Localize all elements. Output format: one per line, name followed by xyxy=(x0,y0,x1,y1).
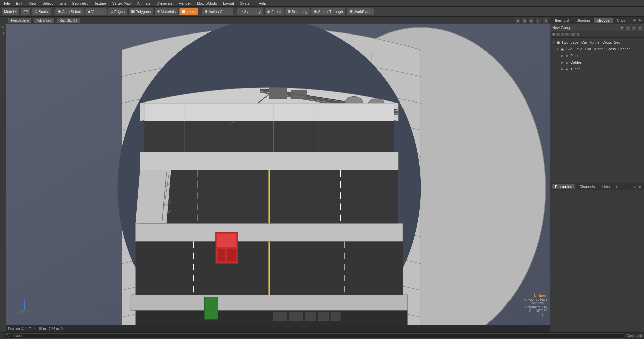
left-tool-3[interactable]: R xyxy=(0,30,6,36)
tree-root-arrow[interactable]: ▼ xyxy=(552,40,556,44)
model-mode-btn[interactable]: Model ▾ xyxy=(1,8,20,15)
main-area: T S R Perspective Advanced Ray GL: Off ⚙… xyxy=(0,17,644,332)
command-input[interactable] xyxy=(5,333,624,339)
viewport-bottom-bar: Position X, Y, Z: -44.15 m, -7.55 m, 0 m xyxy=(6,325,550,332)
tree-pipes-item[interactable]: ▶ ◈ Pipes xyxy=(550,52,644,59)
symmetry-btn[interactable]: ⇔ Symmetry xyxy=(237,8,263,15)
menu-geometry[interactable]: Geometry xyxy=(69,1,91,6)
select-through-icon: ◉ xyxy=(314,9,317,14)
tree-tunnel-label: Tunnel xyxy=(570,67,643,71)
tab-shading[interactable]: Shading xyxy=(573,18,593,23)
f2-btn[interactable]: F2 xyxy=(21,8,31,15)
expand-icon[interactable]: ⛶ xyxy=(536,18,542,24)
menu-layout[interactable]: Layout xyxy=(220,1,237,6)
tree-cables-item[interactable]: ▶ ◈ Cables xyxy=(550,59,644,66)
axes-indicator: Z X Y xyxy=(16,298,33,315)
sculpt-btn[interactable]: ⬡ Sculpt xyxy=(32,8,52,15)
menu-maxtomodo[interactable]: MaxToModo xyxy=(194,1,220,6)
svg-rect-16 xyxy=(274,312,287,321)
rbtab-expand-icon[interactable]: ⊞ xyxy=(633,184,637,189)
menu-dynamics[interactable]: Dynamics xyxy=(154,1,175,6)
workplane-icon: ⊟ xyxy=(350,9,353,14)
ray-gl-btn[interactable]: Ray GL: Off xyxy=(57,17,80,23)
divider1 xyxy=(53,8,53,15)
items-icon: ▦ xyxy=(182,9,185,14)
menu-render[interactable]: Render xyxy=(176,1,194,6)
items-btn[interactable]: ▦ Items xyxy=(179,8,198,15)
menu-file[interactable]: File xyxy=(1,1,13,6)
svg-rect-18 xyxy=(305,312,316,321)
left-sidebar: T S R xyxy=(0,17,6,332)
right-panel: Item List Shading Groups Clips ◀ ▶ New G… xyxy=(550,17,644,332)
deformers-stat: Deformers: ON xyxy=(523,305,547,309)
eye-icon[interactable]: 👁 xyxy=(619,25,624,30)
menu-edit[interactable]: Edit xyxy=(13,1,25,6)
group-icon: ▣ xyxy=(556,40,560,45)
tree-group-label: Two_Level_Car_Tunnel_Cross_Section xyxy=(566,47,643,51)
left-tool-2[interactable]: S xyxy=(0,24,6,29)
add-tab-btn[interactable]: + xyxy=(614,184,619,189)
rbtab-lists[interactable]: Lists xyxy=(599,184,613,189)
edges-btn[interactable]: ◇ Edges xyxy=(108,8,127,15)
materials-btn[interactable]: ◈ Materials xyxy=(154,8,178,15)
rbtab-arrow-icon[interactable]: ▶ xyxy=(638,184,643,189)
tree-pipes-arrow[interactable]: ▶ xyxy=(560,54,565,58)
tree-root-label: Two_Level_Car_Tunnel_Cross_Sec... xyxy=(561,40,643,44)
falloff-btn[interactable]: ◉ Falloff xyxy=(264,8,284,15)
lock-icon[interactable]: ◻ xyxy=(625,25,630,30)
search-icon[interactable]: 🔍 xyxy=(529,18,535,24)
tunnel-icon: ◈ xyxy=(565,67,569,71)
snapping-btn[interactable]: ⊞ Snapping xyxy=(285,8,310,15)
settings-icon[interactable]: ⚙ xyxy=(515,18,521,24)
tab-groups[interactable]: Groups xyxy=(594,18,613,23)
new-group-label: New Group xyxy=(552,26,571,30)
menu-item[interactable]: Item xyxy=(56,1,68,6)
menu-texture[interactable]: Texture xyxy=(92,1,109,6)
rbtab-icon-group: ⊞ ▶ xyxy=(633,184,643,189)
svg-line-47 xyxy=(24,310,31,313)
auto-select-btn[interactable]: ◉ Auto Select xyxy=(55,8,84,15)
materials-icon: ◈ xyxy=(157,9,160,14)
box-icon[interactable]: ◻ xyxy=(631,25,636,30)
scale-stat: 1 m xyxy=(523,313,547,316)
menu-view[interactable]: View xyxy=(26,1,39,6)
refresh-icon[interactable]: ↻ xyxy=(522,18,528,24)
select-through-btn[interactable]: ◉ Select Through xyxy=(311,8,345,15)
advanced-btn[interactable]: Advanced xyxy=(34,17,54,23)
menu-vertex-map[interactable]: Vertex Map xyxy=(110,1,134,6)
svg-rect-29 xyxy=(218,249,225,261)
tab-arrow-left[interactable]: ◀ xyxy=(631,18,637,22)
viewport-canvas[interactable]: Z X Y No Items Polygons : Face Channels:… xyxy=(6,24,550,325)
svg-text:Z: Z xyxy=(24,299,25,301)
svg-text:X: X xyxy=(32,312,33,315)
menu-help[interactable]: Help xyxy=(256,1,269,6)
tab-arrow-right[interactable]: ▶ xyxy=(637,18,643,22)
tab-item-list[interactable]: Item List xyxy=(552,18,573,23)
action-center-btn[interactable]: ⊕ Action Center xyxy=(202,8,234,15)
menu-select[interactable]: Select xyxy=(40,1,55,6)
tree-root-item[interactable]: ▼ ▣ Two_Level_Car_Tunnel_Cross_Sec... xyxy=(550,39,644,46)
tree-group-arrow[interactable]: ▼ xyxy=(556,47,560,51)
col-eye-icon[interactable]: 👁 xyxy=(552,32,556,37)
col-lock-icon: □ xyxy=(556,32,560,37)
rbtab-properties[interactable]: Properties xyxy=(552,184,575,189)
menu-animate[interactable]: Animate xyxy=(134,1,153,6)
tree-group-item[interactable]: ▼ ▣ Two_Level_Car_Tunnel_Cross_Section xyxy=(550,46,644,52)
maximize-icon[interactable]: ⊞ xyxy=(543,18,549,24)
tree-tunnel-item[interactable]: ▶ ◈ Tunnel xyxy=(550,66,644,72)
vertices-btn[interactable]: ◆ Vertices xyxy=(85,8,107,15)
square-icon[interactable]: ◻ xyxy=(637,25,642,30)
polygons-btn[interactable]: ▣ Polygons xyxy=(128,8,153,15)
workplane-btn[interactable]: ⊟ WorkPlane xyxy=(347,8,374,15)
viewport[interactable]: Perspective Advanced Ray GL: Off ⚙ ↻ 🔍 ⛶… xyxy=(6,17,550,332)
perspective-btn[interactable]: Perspective xyxy=(8,17,32,23)
tree-cables-arrow[interactable]: ▶ xyxy=(560,60,565,64)
tree-tunnel-arrow[interactable]: ▶ xyxy=(560,67,565,71)
left-tool-1[interactable]: T xyxy=(0,18,6,23)
rbtab-channels[interactable]: Channels xyxy=(576,184,598,189)
menu-system[interactable]: System xyxy=(237,1,255,6)
group-child-icon: ▣ xyxy=(560,47,565,51)
command-bar: Command xyxy=(0,332,644,339)
toolbar: Model ▾ F2 ⬡ Sculpt ◉ Auto Select ◆ Vert… xyxy=(0,7,644,17)
tab-clips[interactable]: Clips xyxy=(613,18,628,23)
